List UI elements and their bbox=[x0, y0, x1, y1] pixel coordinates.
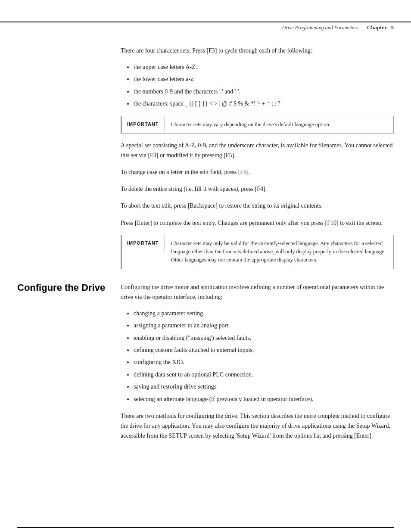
list-item: assigning a parameter to an analog port. bbox=[134, 321, 394, 330]
section-bullet-list: changing a parameter setting. assigning … bbox=[134, 309, 394, 404]
list-item: the characters: space _ () [ ] {} < > | … bbox=[134, 99, 394, 109]
bullet-list-1: the upper case letters A-Z. the lower ca… bbox=[134, 62, 394, 109]
intro-paragraph: There are four character sets. Press [F3… bbox=[121, 46, 394, 56]
section-heading: Configure the Drive bbox=[17, 282, 112, 293]
important-label-2: IMPORTANT bbox=[122, 235, 165, 252]
page: Drive Programming and Parameters Chapter… bbox=[0, 22, 411, 532]
list-item: enabling or disabling ("masking') select… bbox=[134, 333, 394, 343]
header-bar bbox=[0, 22, 411, 22]
main-content: There are four character sets. Press [F3… bbox=[0, 33, 411, 473]
paragraph-4: To delete the entire string (i.e. fill i… bbox=[121, 184, 394, 194]
list-item: changing a parameter setting. bbox=[134, 309, 394, 318]
paragraph-5: To abort the text edit, press [Backspace… bbox=[121, 201, 394, 211]
list-item: the lower case letters a-z. bbox=[134, 75, 394, 84]
paragraph-2: A special set consisting of A-Z, 0-9, an… bbox=[121, 140, 394, 160]
important-box-2: IMPORTANT Character sets may only be val… bbox=[121, 235, 394, 269]
list-item: defining data sent to an optional PLC co… bbox=[134, 370, 394, 380]
paragraph-3: To change case on a letter in the edit f… bbox=[121, 167, 394, 177]
section-paragraph-2: There are two methods for configuring th… bbox=[121, 411, 394, 441]
configure-drive-section: Configure the Drive Configuring the driv… bbox=[121, 282, 394, 441]
chapter-word: Chapter bbox=[367, 24, 387, 31]
important-box-1: IMPORTANT Character sets may vary depend… bbox=[121, 116, 394, 134]
footer-line bbox=[17, 527, 394, 528]
header-section-title: Drive Programming and Parameters bbox=[282, 25, 358, 31]
header-content: Drive Programming and Parameters Chapter… bbox=[0, 22, 411, 33]
list-item: selecting an alternate language (if prev… bbox=[134, 395, 394, 404]
paragraph-6: Press [Enter] to complete the text entry… bbox=[121, 218, 394, 228]
chapter-number: 5 bbox=[391, 24, 394, 31]
section-paragraph-1: Configuring the drive motor and applicat… bbox=[121, 282, 394, 302]
list-item: defining custom faults attached to exter… bbox=[134, 345, 394, 355]
list-item: configuring the XIO. bbox=[134, 358, 394, 367]
important-text-2: Character sets may only be valid for the… bbox=[165, 235, 393, 269]
important-label-1: IMPORTANT bbox=[122, 116, 165, 133]
list-item: saving and restoring drive settings. bbox=[134, 382, 394, 392]
chapter-label: Chapter 5 bbox=[367, 24, 394, 31]
list-item: the upper case letters A-Z. bbox=[134, 62, 394, 72]
list-item: the numbers 0-9 and the characters '.' a… bbox=[134, 87, 394, 96]
important-text-1: Character sets may vary depending on the… bbox=[165, 116, 336, 133]
